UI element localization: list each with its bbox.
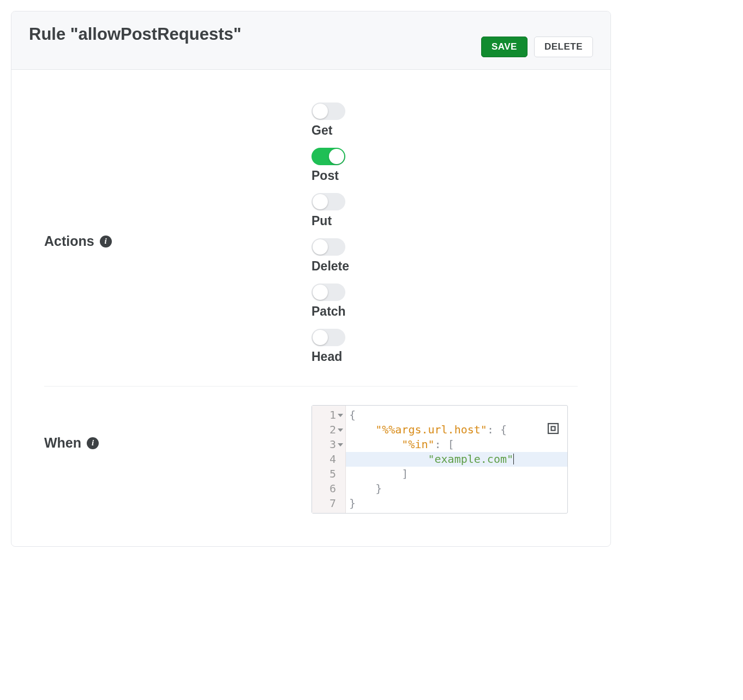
toggle-knob — [313, 330, 328, 345]
actions-label-text: Actions — [44, 233, 94, 249]
panel-header: Rule "allowPostRequests" SAVE DELETE — [11, 11, 610, 70]
action-toggle-item: Patch — [311, 283, 349, 319]
action-toggle-label: Post — [311, 168, 349, 183]
action-toggle-post[interactable] — [311, 148, 345, 165]
editor-code[interactable]: { "%%args.url.host": { "%in": [ "example… — [346, 406, 567, 513]
rule-panel: Rule "allowPostRequests" SAVE DELETE Act… — [11, 11, 611, 547]
code-line[interactable]: ] — [349, 467, 564, 481]
save-button[interactable]: SAVE — [481, 37, 528, 57]
svg-rect-0 — [548, 424, 558, 433]
svg-rect-1 — [552, 427, 555, 431]
action-toggle-patch[interactable] — [311, 283, 345, 301]
gutter-line: 7 — [312, 496, 345, 511]
action-toggle-label: Head — [311, 349, 349, 364]
actions-row: Actions i GetPostPutDeletePatchHead — [44, 102, 578, 387]
actions-toggle-list: GetPostPutDeletePatchHead — [311, 102, 349, 364]
when-code-editor[interactable]: 1234567 { "%%args.url.host": { "%in": [ … — [311, 405, 568, 514]
when-label: When i — [44, 405, 311, 451]
action-toggle-item: Head — [311, 329, 349, 364]
action-toggle-put[interactable] — [311, 193, 345, 210]
fullscreen-icon[interactable] — [547, 422, 560, 435]
header-buttons: SAVE DELETE — [481, 37, 593, 57]
gutter-line: 6 — [312, 481, 345, 496]
panel-body: Actions i GetPostPutDeletePatchHead When… — [11, 70, 610, 546]
action-toggle-item: Delete — [311, 238, 349, 274]
page-title: Rule "allowPostRequests" — [29, 25, 241, 44]
gutter-line: 5 — [312, 467, 345, 481]
action-toggle-delete[interactable] — [311, 238, 345, 256]
action-toggle-label: Put — [311, 214, 349, 228]
action-toggle-head[interactable] — [311, 329, 345, 346]
when-row: When i 1234567 { "%%args.url.host": { "%… — [44, 405, 578, 524]
code-line[interactable]: "%in": [ — [349, 437, 564, 452]
code-line[interactable]: } — [349, 481, 564, 496]
info-icon[interactable]: i — [87, 437, 99, 449]
action-toggle-label: Patch — [311, 304, 349, 319]
gutter-line: 4 — [312, 452, 345, 467]
delete-button[interactable]: DELETE — [534, 37, 593, 57]
fold-arrow-icon[interactable] — [338, 429, 343, 432]
fold-arrow-icon[interactable] — [338, 414, 343, 417]
fold-arrow-icon[interactable] — [338, 443, 343, 446]
actions-label: Actions i — [44, 102, 311, 249]
info-icon[interactable]: i — [100, 236, 112, 248]
action-toggle-item: Get — [311, 102, 349, 138]
action-toggle-get[interactable] — [311, 102, 345, 120]
action-toggle-item: Post — [311, 148, 349, 183]
action-toggle-label: Delete — [311, 259, 349, 274]
gutter-line: 3 — [312, 437, 345, 452]
toggle-knob — [313, 194, 328, 209]
gutter-line: 1 — [312, 408, 345, 423]
action-toggle-label: Get — [311, 123, 349, 138]
action-toggle-item: Put — [311, 193, 349, 228]
toggle-knob — [329, 149, 344, 164]
editor-gutter: 1234567 — [312, 406, 346, 513]
code-line[interactable]: } — [349, 496, 564, 511]
code-line[interactable]: "%%args.url.host": { — [349, 423, 564, 437]
gutter-line: 2 — [312, 423, 345, 437]
toggle-knob — [313, 285, 328, 300]
code-line[interactable]: "example.com" — [346, 452, 567, 467]
toggle-knob — [313, 104, 328, 119]
toggle-knob — [313, 239, 328, 255]
code-line[interactable]: { — [349, 408, 564, 423]
when-label-text: When — [44, 435, 81, 451]
